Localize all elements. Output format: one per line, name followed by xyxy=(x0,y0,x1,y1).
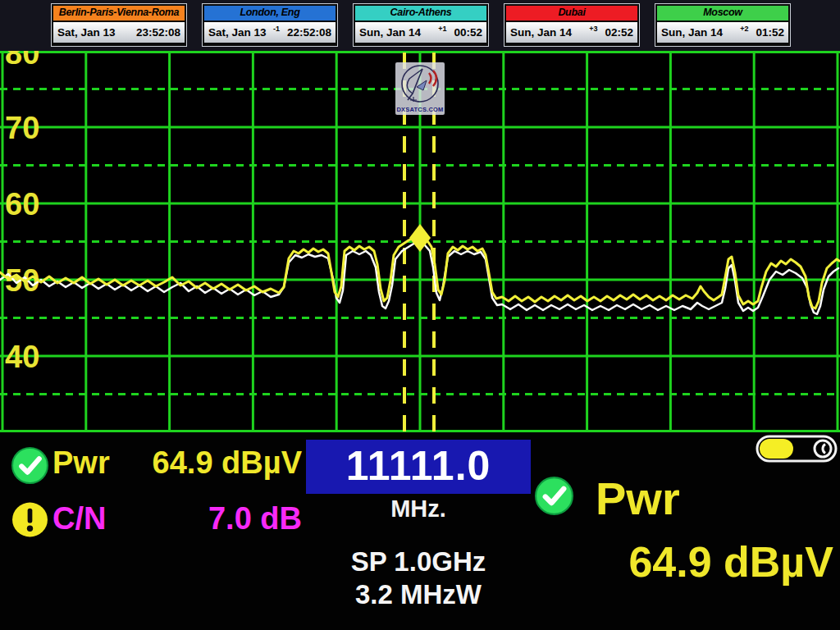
y-axis-tick-label: 80 xyxy=(5,51,39,71)
battery-icon xyxy=(756,435,838,463)
clock-city-label: Cairo-Athens xyxy=(354,4,488,22)
y-axis-tick-label: 70 xyxy=(5,111,39,145)
clock-date: Sat, Jan 13 xyxy=(57,26,129,39)
cn-value: 7.0 dB xyxy=(115,501,302,536)
world-clock: London, Eng Sat, Jan 13 -1 22:52:08 xyxy=(202,3,338,47)
cn-status-warning-icon xyxy=(11,501,48,538)
span-label: SP 1.0GHz xyxy=(279,546,558,578)
world-clock: Moscow Sun, Jan 14 +2 01:52 xyxy=(655,3,791,47)
pwr-value: 64.9 dBµV xyxy=(115,445,302,481)
clock-date: Sat, Jan 13 xyxy=(208,26,273,39)
right-pwr-value: 64.9 dBµV xyxy=(538,537,833,587)
clock-city-label: London, Eng xyxy=(203,4,337,22)
watermark-text: DXSATCS.COM xyxy=(395,106,445,113)
world-clock-bar: Berlin-Paris-Vienna-Roma Sat, Jan 13 23:… xyxy=(0,0,840,51)
frequency-unit-label: MHz. xyxy=(306,495,531,523)
y-axis-tick-label: 40 xyxy=(5,340,39,374)
spectrum-plot: 8070605040 DXSATCS.COM xyxy=(0,51,840,432)
satellite-meter-screen: Berlin-Paris-Vienna-Roma Sat, Jan 13 23:… xyxy=(0,0,840,630)
clock-date: Sun, Jan 14 xyxy=(359,26,438,39)
clock-date: Sun, Jan 14 xyxy=(661,26,740,39)
clock-city-label: Moscow xyxy=(655,4,790,22)
clock-city-label: Berlin-Paris-Vienna-Roma xyxy=(52,4,186,22)
clock-time: 23:52:08 xyxy=(136,26,180,39)
world-clock: Cairo-Athens Sun, Jan 14 +1 00:52 xyxy=(353,3,489,47)
y-axis-tick-label: 60 xyxy=(5,187,39,221)
clock-utc-offset: +2 xyxy=(740,25,748,33)
clock-time: 01:52 xyxy=(756,26,784,39)
clock-utc-offset: +3 xyxy=(589,25,597,33)
world-clock: Berlin-Paris-Vienna-Roma Sat, Jan 13 23:… xyxy=(51,3,187,47)
clock-time: 00:52 xyxy=(454,26,482,39)
right-pwr-label: Pwr xyxy=(596,472,680,525)
clock-utc-offset: -1 xyxy=(273,25,280,33)
world-clock: Dubai Sun, Jan 14 +3 02:52 xyxy=(504,3,640,47)
clock-date: Sun, Jan 14 xyxy=(510,26,589,39)
clock-time: 22:52:08 xyxy=(287,26,331,39)
frequency-readout[interactable]: 11111.0 xyxy=(306,440,531,494)
right-pwr-status-ok-icon xyxy=(535,477,573,515)
clock-time: 02:52 xyxy=(605,26,633,39)
readings-panel: Pwr 64.9 dBµV 11111.0 MHz. C/N 7.0 dB SP… xyxy=(0,432,840,630)
dxsatcs-logo-watermark: DXSATCS.COM xyxy=(395,62,445,115)
pwr-label: Pwr xyxy=(52,445,110,481)
clock-city-label: Dubai xyxy=(504,4,639,22)
clock-utc-offset: +1 xyxy=(438,25,446,33)
pwr-status-ok-icon xyxy=(11,447,48,484)
cn-label: C/N xyxy=(52,501,106,536)
bandwidth-label: 3.2 MHzW xyxy=(279,579,558,610)
